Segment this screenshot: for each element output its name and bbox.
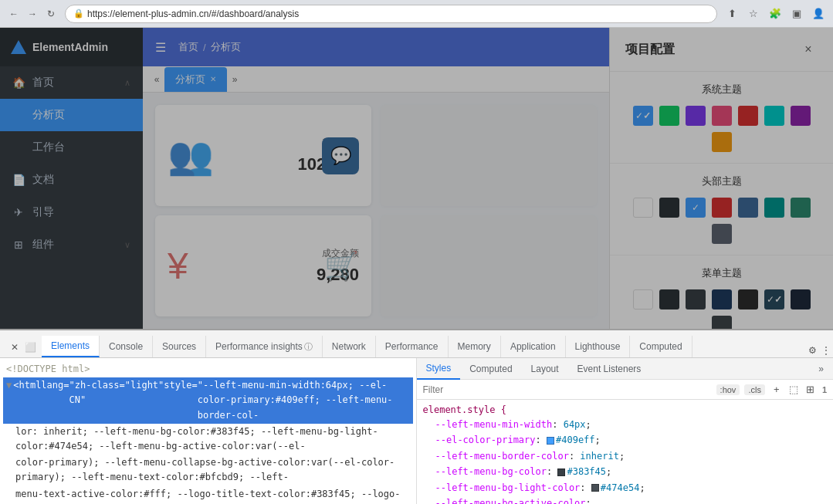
- close-devtools-icon[interactable]: ✕: [8, 340, 22, 354]
- bookmark-icon[interactable]: ☆: [745, 5, 762, 22]
- share-icon[interactable]: ⬆: [723, 5, 740, 22]
- app-sidebar: ElementAdmin 🏠 首页 ∧ 分析页: [0, 28, 143, 329]
- expand-icon[interactable]: ▼: [6, 378, 12, 393]
- cls-tag[interactable]: .cls: [744, 384, 765, 395]
- sidebar-item-analysis[interactable]: 分析页: [0, 99, 143, 131]
- tab-sources-label: Sources: [162, 341, 196, 352]
- profile-icon[interactable]: 👤: [810, 5, 827, 22]
- tab-network[interactable]: Network: [323, 336, 376, 357]
- inspect-icon[interactable]: ⊞: [804, 383, 818, 397]
- sidebar-item-docs[interactable]: 📄 文档: [0, 164, 143, 196]
- tab-label: 分析页: [175, 73, 205, 86]
- swatch-red-h[interactable]: [712, 198, 732, 218]
- swatch-cyan-h[interactable]: [764, 198, 784, 218]
- swatch-navy-h[interactable]: [738, 198, 758, 218]
- lang-val: "zh-CN": [69, 378, 91, 408]
- color-swatch-primary: [547, 437, 554, 445]
- breadcrumb-current: 分析页: [211, 40, 241, 54]
- badge-1: 1: [822, 385, 827, 394]
- tab-console-label: Console: [109, 341, 143, 352]
- swatch-teal[interactable]: [764, 106, 784, 126]
- users-icon: 👥: [168, 134, 214, 178]
- tab-close-icon[interactable]: ✕: [210, 75, 216, 83]
- style-prop-6: --left-menu-bg-active-color:: [423, 496, 828, 504]
- computed-tab[interactable]: Computed: [460, 358, 521, 380]
- sidebar-item-workspace[interactable]: 工作台: [0, 131, 143, 164]
- sidebar-item-home[interactable]: 🏠 首页 ∧: [0, 66, 143, 99]
- back-button[interactable]: ←: [6, 6, 22, 22]
- swatch-blue[interactable]: ✓: [633, 106, 653, 126]
- copy-style-icon[interactable]: ⬚: [787, 383, 801, 397]
- hov-tag[interactable]: :hov: [716, 384, 740, 395]
- styles-tab[interactable]: Styles: [417, 358, 461, 380]
- address-bar[interactable]: 🔒 https://element-plus-admin.cn/#/dashbo…: [65, 5, 717, 23]
- tab-performance[interactable]: Performance: [376, 336, 449, 357]
- swatch-blue-h[interactable]: ✓: [686, 198, 706, 218]
- swatch-charcoal-m[interactable]: [686, 289, 706, 310]
- swatch-midnight-m[interactable]: [791, 289, 811, 310]
- tab-nav-left[interactable]: «: [149, 72, 164, 87]
- tab-computed[interactable]: Computed: [630, 336, 692, 357]
- reload-button[interactable]: ↻: [43, 6, 59, 22]
- app-main: ☰ 首页 / 分析页 « 分析页 ✕: [143, 28, 609, 329]
- docs-icon: 📄: [12, 174, 25, 186]
- swatch-dark-m[interactable]: [659, 289, 679, 310]
- tab-performance-insights[interactable]: Performance insights ⓘ: [206, 336, 323, 357]
- badge-count: 1: [822, 385, 827, 394]
- styles-filter-input[interactable]: [423, 384, 712, 395]
- tab-lighthouse[interactable]: Lighthouse: [566, 336, 631, 357]
- settings-close-button[interactable]: ×: [799, 40, 818, 59]
- tab-sources[interactable]: Sources: [153, 336, 206, 357]
- devtools-elements-panel: <!DOCTYPE html> ▼ <html lang="zh-CN" cla…: [0, 358, 417, 504]
- style-val: "--left-menu-min-width:64px; --el-color-…: [198, 378, 410, 423]
- style-cont2-text: color-primary); --left-menu-collapse-bg-…: [6, 455, 410, 485]
- swatch-purple[interactable]: [686, 106, 706, 126]
- swatch-violet[interactable]: [791, 106, 811, 126]
- layout-tab[interactable]: Layout: [522, 358, 568, 380]
- event-listeners-tab[interactable]: Event Listeners: [568, 358, 651, 380]
- forward-button[interactable]: →: [25, 6, 40, 22]
- tab-nav-right[interactable]: »: [227, 72, 242, 87]
- swatch-red[interactable]: [738, 106, 758, 126]
- tab-icon[interactable]: ▣: [788, 5, 805, 22]
- tab-elements[interactable]: Elements: [42, 336, 100, 357]
- header-theme-title: 头部主题: [625, 174, 818, 188]
- swatch-white-m[interactable]: [633, 289, 653, 310]
- sidebar-menu: 🏠 首页 ∧ 分析页 工作台 📄: [0, 66, 143, 329]
- swatch-green[interactable]: [659, 106, 679, 126]
- html-html-tag[interactable]: ▼ <html lang="zh-CN" class="light" style…: [3, 377, 413, 424]
- extension-icon[interactable]: 🧩: [767, 5, 784, 22]
- swatch-slate-m[interactable]: [712, 316, 732, 329]
- stat-card-placeholder2: [381, 215, 597, 316]
- settings-icon[interactable]: ⚙: [805, 343, 819, 357]
- sidebar-logo: ElementAdmin: [0, 28, 143, 66]
- menu-theme-title: 菜单主题: [625, 266, 818, 280]
- more-icon[interactable]: ⋮: [819, 343, 833, 357]
- styles-filter-icons: + ⬚ ⊞: [770, 383, 818, 397]
- chat-bubble-icon: 💬: [330, 146, 351, 166]
- swatch-navy-m[interactable]: [712, 289, 732, 310]
- swatch-white[interactable]: [633, 198, 653, 218]
- swatch-black-m[interactable]: [738, 289, 758, 310]
- swatch-steel-m[interactable]: ✓: [764, 289, 784, 310]
- more-tabs-btn[interactable]: »: [809, 358, 833, 380]
- dock-side-icon[interactable]: ⬜: [23, 340, 37, 354]
- sidebar-item-guide[interactable]: ✈ 引导: [0, 196, 143, 228]
- add-style-icon[interactable]: +: [770, 383, 784, 397]
- tab-analysis[interactable]: 分析页 ✕: [164, 67, 227, 92]
- swatch-emerald-h[interactable]: [791, 198, 811, 218]
- swatch-dark[interactable]: [659, 198, 679, 218]
- tab-application[interactable]: Application: [501, 336, 566, 357]
- swatch-pink[interactable]: [712, 106, 732, 126]
- swatch-orange[interactable]: [712, 132, 732, 152]
- color-swatch-bg: [557, 468, 565, 476]
- menu-theme-swatches: ✓: [625, 289, 818, 329]
- sidebar-item-component[interactable]: ⊞ 组件 ∨: [0, 228, 143, 261]
- styles-filter-bar: :hov .cls + ⬚ ⊞ 1: [417, 380, 834, 400]
- tab-console[interactable]: Console: [100, 336, 153, 357]
- home-icon: 🏠: [12, 76, 25, 89]
- tab-memory[interactable]: Memory: [449, 336, 501, 357]
- chevron-up-icon: ∧: [124, 78, 130, 88]
- hamburger-icon[interactable]: ☰: [155, 40, 166, 55]
- swatch-gray-h[interactable]: [712, 224, 732, 244]
